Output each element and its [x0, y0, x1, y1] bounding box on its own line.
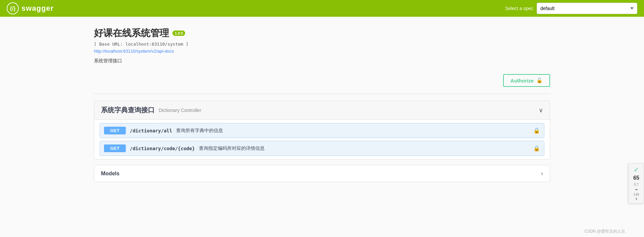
swagger-text: swagger	[21, 4, 54, 13]
tag-collapse-icon: ∨	[539, 107, 543, 114]
endpoint-desc-1: 查询所有字典中的信息	[176, 128, 223, 134]
tag-block: 系统字典查询接口 Dictionary Controller ∨ GET /di…	[94, 101, 550, 160]
endpoint-desc-2: 查询指定编码所对应的详情信息	[199, 145, 265, 152]
endpoint-row[interactable]: GET /dictionary/code/{code} 查询指定编码所对应的详情…	[100, 141, 544, 156]
method-badge-get2: GET	[104, 144, 126, 152]
models-label: Models	[101, 171, 119, 177]
header: {/} swagger Select a spec default	[0, 0, 644, 17]
endpoint-lock-icon-2: 🔒	[533, 145, 540, 152]
footer-attribution: CSDN @爱吃豆的土豆	[584, 229, 625, 234]
api-description: 系统管理接口	[94, 58, 550, 64]
csdn-row-2: 149⬆	[634, 192, 639, 201]
api-title-row: 好课在线系统管理 1.0.0	[94, 27, 550, 40]
authorize-label: Authorize	[511, 78, 534, 83]
spec-label: Select a spec	[505, 6, 533, 11]
csdn-check-icon: ✓	[634, 166, 639, 174]
tag-header[interactable]: 系统字典查询接口 Dictionary Controller ∨	[94, 101, 550, 120]
tag-controller: Dictionary Controller	[159, 108, 201, 113]
models-header[interactable]: Models ›	[94, 165, 550, 182]
models-chevron-icon: ›	[541, 170, 543, 177]
csdn-sidebar: ✓ 65 0.7☁ 149⬆	[629, 163, 644, 203]
tag-name: 系统字典查询接口	[101, 106, 155, 115]
endpoint-path-1: /dictionary/all	[130, 128, 172, 133]
models-block: Models ›	[94, 165, 550, 182]
swagger-logo-icon: {/}	[7, 2, 19, 14]
authorize-row: Authorize 🔓	[94, 71, 550, 94]
base-url: [ Base URL: localhost:63110/system ]	[94, 42, 550, 47]
logo: {/} swagger	[7, 2, 54, 14]
divider	[94, 94, 550, 94]
api-docs-link[interactable]: http://localhost:63110/system/v2/api-doc…	[94, 49, 174, 54]
endpoint-row[interactable]: GET /dictionary/all 查询所有字典中的信息 🔒	[100, 123, 544, 138]
api-title: 好课在线系统管理	[94, 27, 169, 40]
endpoint-lock-icon-1: 🔒	[533, 127, 540, 134]
endpoint-list: GET /dictionary/all 查询所有字典中的信息 🔒 GET /di…	[94, 120, 550, 159]
svg-text:{/}: {/}	[10, 6, 16, 11]
method-badge-get1: GET	[104, 127, 126, 134]
endpoint-path-2: /dictionary/code/{code}	[130, 146, 195, 151]
csdn-row-1: 0.7☁	[634, 182, 639, 191]
authorize-lock-icon: 🔓	[536, 77, 543, 83]
tag-header-left: 系统字典查询接口 Dictionary Controller	[101, 106, 201, 115]
authorize-button[interactable]: Authorize 🔓	[503, 74, 550, 87]
main-content: 好课在线系统管理 1.0.0 [ Base URL: localhost:631…	[87, 17, 557, 189]
version-badge: 1.0.0	[172, 31, 185, 36]
spec-selector-area: Select a spec default	[505, 3, 637, 14]
csdn-score: 65	[633, 175, 639, 181]
api-info: 好课在线系统管理 1.0.0 [ Base URL: localhost:631…	[94, 27, 550, 64]
spec-select[interactable]: default	[537, 3, 637, 14]
